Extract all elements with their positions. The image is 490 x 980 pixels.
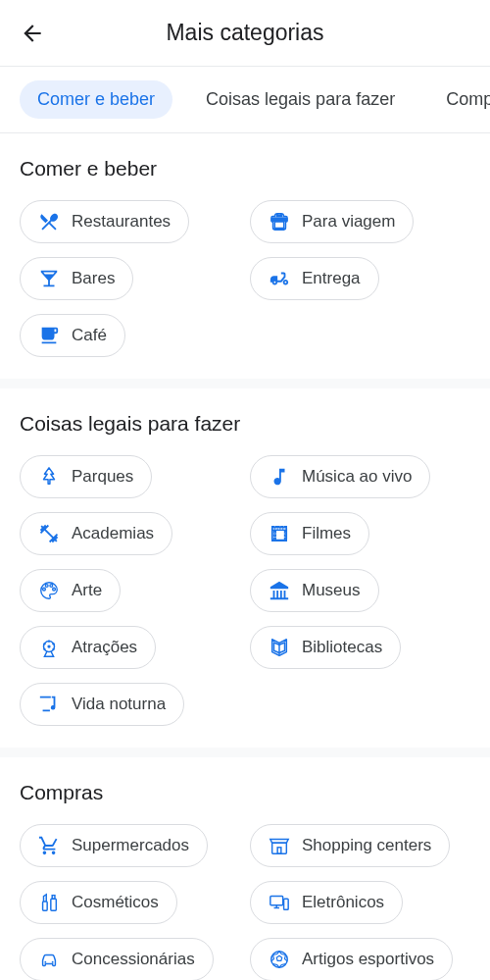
palette-icon: [38, 580, 60, 601]
grocery-cart-icon: [38, 835, 60, 856]
chip-takeout[interactable]: Para viagem: [250, 200, 414, 243]
svg-rect-15: [277, 848, 281, 853]
section-divider: [0, 748, 490, 757]
section-fun-things: Coisas legais para fazer Parques Música …: [0, 388, 490, 748]
category-tabs: Comer e beber Coisas legais para fazer C…: [0, 67, 490, 133]
svg-rect-18: [52, 896, 55, 900]
svg-point-4: [276, 528, 277, 529]
takeout-bag-icon: [269, 211, 290, 232]
chip-live-music[interactable]: Música ao vivo: [250, 455, 430, 498]
chip-label: Museus: [302, 581, 361, 600]
chip-grid-fun: Parques Música ao vivo Academias Filmes …: [20, 455, 470, 726]
svg-rect-17: [51, 899, 57, 910]
section-title-shop: Compras: [20, 781, 470, 804]
header: Mais categorias: [0, 0, 490, 67]
section-title-fun: Coisas legais para fazer: [20, 412, 470, 436]
chip-grid-food: Restaurantes Para viagem Bares Entrega C…: [20, 200, 470, 357]
back-arrow-icon: [20, 21, 45, 46]
svg-point-8: [47, 645, 50, 647]
svg-point-12: [43, 643, 45, 645]
mall-icon: [269, 835, 290, 856]
tab-fun-things[interactable]: Coisas legais para fazer: [188, 80, 413, 119]
chip-shopping-centers[interactable]: Shopping centers: [250, 824, 450, 867]
chip-label: Parques: [72, 467, 133, 487]
chip-libraries[interactable]: Bibliotecas: [250, 626, 401, 669]
chip-label: Bibliotecas: [302, 638, 382, 657]
scooter-icon: [269, 268, 290, 289]
chip-label: Café: [72, 326, 107, 345]
chip-cosmetics[interactable]: Cosméticos: [20, 881, 177, 924]
cafe-icon: [38, 325, 60, 346]
section-title-food: Comer e beber: [20, 157, 470, 181]
chip-grid-shop: Supermercados Shopping centers Cosmético…: [20, 824, 470, 980]
svg-point-10: [52, 643, 54, 645]
electronics-icon: [269, 892, 290, 913]
section-food-drink: Comer e beber Restaurantes Para viagem B…: [0, 133, 490, 379]
chip-label: Academias: [72, 524, 154, 543]
chip-bars[interactable]: Bares: [20, 257, 133, 300]
chip-label: Entrega: [302, 269, 361, 288]
chip-label: Artigos esportivos: [302, 950, 434, 969]
svg-rect-16: [43, 902, 48, 910]
chip-label: Cosméticos: [72, 893, 159, 912]
svg-point-24: [52, 961, 54, 963]
tab-food-drink[interactable]: Comer e beber: [20, 80, 172, 119]
back-button[interactable]: [20, 21, 45, 46]
chip-label: Supermercados: [72, 836, 189, 855]
section-shopping: Compras Supermercados Shopping centers C…: [0, 757, 490, 980]
svg-point-9: [48, 640, 50, 642]
chip-label: Filmes: [302, 524, 351, 543]
car-icon: [38, 949, 60, 970]
tree-icon: [38, 466, 60, 488]
svg-point-6: [282, 528, 283, 529]
chip-label: Eletrônicos: [302, 893, 384, 912]
music-note-icon: [269, 466, 290, 488]
tab-shopping[interactable]: Compras: [428, 80, 490, 119]
svg-point-11: [52, 648, 54, 650]
chip-movies[interactable]: Filmes: [250, 512, 369, 555]
ferris-wheel-icon: [38, 637, 60, 658]
library-icon: [269, 637, 290, 658]
chip-restaurants[interactable]: Restaurantes: [20, 200, 189, 243]
movie-icon: [269, 523, 290, 544]
chip-nightlife[interactable]: Vida noturna: [20, 683, 184, 726]
cosmetics-icon: [38, 892, 60, 913]
svg-point-5: [279, 528, 280, 529]
nightlife-icon: [38, 694, 60, 715]
chip-sporting-goods[interactable]: Artigos esportivos: [250, 938, 453, 980]
chip-label: Bares: [72, 269, 115, 288]
svg-point-13: [43, 648, 45, 650]
chip-label: Arte: [72, 581, 102, 600]
chip-label: Música ao vivo: [302, 467, 412, 487]
sports-ball-icon: [269, 949, 290, 970]
chip-cafe[interactable]: Café: [20, 314, 125, 357]
chip-label: Shopping centers: [302, 836, 431, 855]
chip-attractions[interactable]: Atrações: [20, 626, 156, 669]
chip-groceries[interactable]: Supermercados: [20, 824, 208, 867]
chip-parks[interactable]: Parques: [20, 455, 152, 498]
museum-icon: [269, 580, 290, 601]
page-title: Mais categorias: [0, 20, 490, 46]
dumbbell-icon: [38, 523, 60, 544]
restaurant-icon: [38, 211, 60, 232]
svg-rect-19: [270, 897, 283, 905]
section-divider: [0, 379, 490, 388]
cocktail-icon: [38, 268, 60, 289]
chip-label: Atrações: [72, 638, 137, 657]
chip-label: Concessionárias: [72, 950, 195, 969]
chip-gyms[interactable]: Academias: [20, 512, 172, 555]
chip-art[interactable]: Arte: [20, 569, 121, 612]
chip-label: Vida noturna: [72, 695, 166, 714]
chip-museums[interactable]: Museus: [250, 569, 379, 612]
chip-label: Restaurantes: [72, 212, 171, 232]
chip-delivery[interactable]: Entrega: [250, 257, 379, 300]
svg-point-23: [44, 961, 46, 963]
svg-rect-22: [284, 899, 289, 909]
chip-label: Para viagem: [302, 212, 395, 232]
chip-car-dealers[interactable]: Concessionárias: [20, 938, 214, 980]
chip-electronics[interactable]: Eletrônicos: [250, 881, 403, 924]
svg-point-3: [274, 528, 275, 529]
